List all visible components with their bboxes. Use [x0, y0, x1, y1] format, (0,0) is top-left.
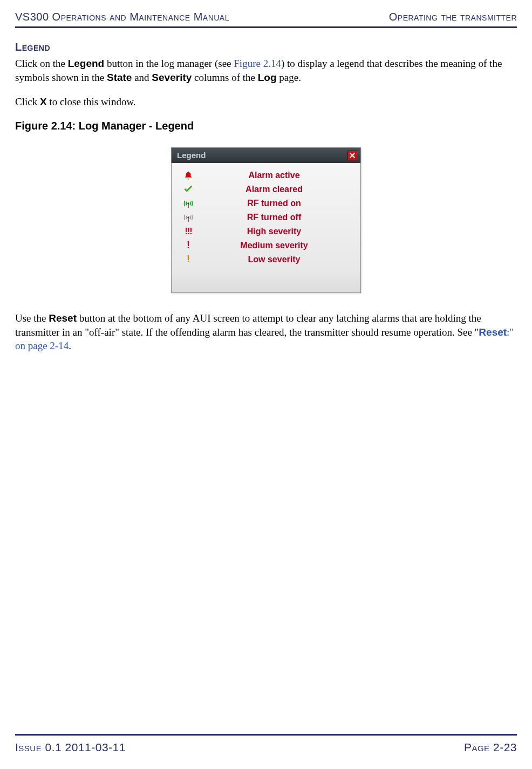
legend-row-alarm-active: Alarm active: [181, 168, 353, 182]
legend-label-rf-on: RF turned on: [212, 199, 353, 208]
log-page-ref: Log: [258, 72, 277, 83]
page-footer: Issue 0.1 2011-03-11 Page 2-23: [15, 734, 517, 754]
x-button-ref: X: [40, 96, 47, 107]
reset-button-ref: Reset: [49, 312, 77, 324]
reset-paragraph: Use the Reset button at the bottom of an…: [15, 311, 517, 353]
page-header: VS300 Operations and Maintenance Manual …: [15, 11, 517, 28]
close-window-paragraph: Click X to close this window.: [15, 95, 517, 109]
antenna-off-icon: [181, 212, 195, 223]
legend-body: Alarm active Alarm cleared RF turned on: [172, 163, 360, 292]
svg-point-2: [187, 216, 189, 218]
close-icon[interactable]: [347, 151, 357, 160]
manual-title: VS300 Operations and Maintenance Manual: [15, 11, 229, 23]
legend-titlebar: Legend: [172, 148, 360, 163]
severity-column-ref: Severity: [152, 72, 192, 83]
low-severity-icon: !: [181, 254, 195, 266]
issue-date: Issue 0.1 2011-03-11: [15, 741, 126, 754]
legend-label-alarm-cleared: Alarm cleared: [212, 185, 353, 194]
legend-button-ref: Legend: [68, 58, 105, 69]
legend-widget: Legend Alarm active Alarm cleared: [171, 147, 361, 293]
legend-label-alarm-active: Alarm active: [212, 171, 353, 180]
legend-row-low-severity: ! Low severity: [181, 253, 353, 267]
legend-label-low-severity: Low severity: [212, 255, 353, 264]
legend-description-paragraph: Click on the Legend button in the log ma…: [15, 57, 517, 84]
legend-row-high-severity: !!! High severity: [181, 224, 353, 239]
bell-icon: [181, 169, 195, 181]
antenna-on-icon: [181, 198, 195, 209]
legend-row-medium-severity: ! Medium severity: [181, 239, 353, 253]
page-number: Page 2-23: [464, 741, 517, 754]
figure-caption: Figure 2.14: Log Manager - Legend: [15, 120, 517, 132]
high-severity-icon: !!!: [181, 226, 195, 237]
figure-2-14-link[interactable]: Figure 2.14: [234, 58, 281, 69]
chapter-title: Operating the transmitter: [389, 11, 517, 23]
legend-label-high-severity: High severity: [212, 227, 353, 236]
check-icon: [181, 183, 195, 195]
legend-row-rf-on: RF turned on: [181, 196, 353, 210]
legend-row-rf-off: RF turned off: [181, 210, 353, 224]
legend-row-alarm-cleared: Alarm cleared: [181, 182, 353, 196]
state-column-ref: State: [107, 72, 132, 83]
legend-label-rf-off: RF turned off: [212, 213, 353, 222]
legend-label-medium-severity: Medium severity: [212, 241, 353, 250]
svg-point-0: [187, 202, 189, 204]
legend-widget-title: Legend: [177, 151, 206, 160]
section-heading-legend: Legend: [15, 41, 517, 53]
medium-severity-icon: !: [181, 240, 195, 251]
